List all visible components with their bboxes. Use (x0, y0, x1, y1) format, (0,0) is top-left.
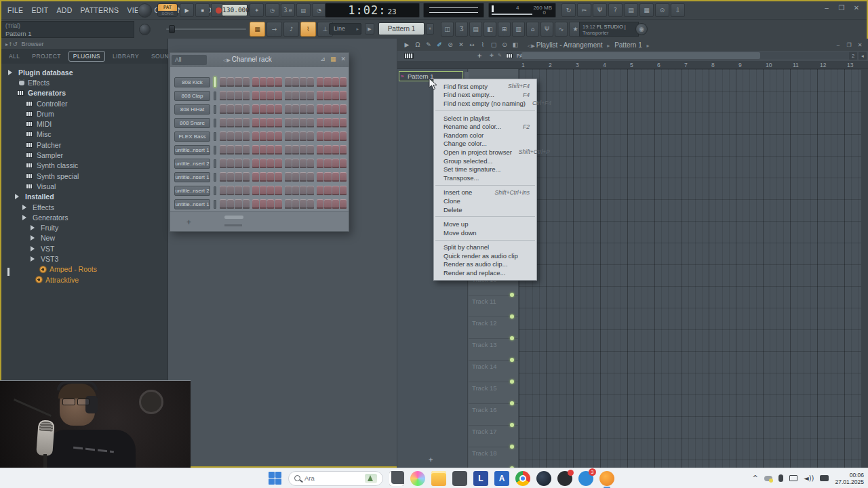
playlist-minimize-icon[interactable]: – (833, 42, 844, 48)
tree-item[interactable]: New (1, 233, 167, 243)
tree-item[interactable]: VST3 (1, 253, 167, 264)
track-led[interactable] (510, 293, 514, 297)
step-cell[interactable] (267, 172, 274, 182)
tree-item[interactable]: Controller (1, 98, 167, 108)
step-cell[interactable] (227, 186, 234, 195)
step-cell[interactable] (227, 159, 234, 168)
step-cell[interactable] (300, 77, 307, 87)
track-header[interactable]: Track 18 (469, 447, 518, 468)
step-cell[interactable] (324, 145, 331, 155)
track-led[interactable] (510, 401, 514, 405)
step-cell[interactable] (275, 118, 281, 127)
context-menu-item[interactable]: Move down (434, 228, 536, 237)
browser-tab-project[interactable]: PROJECT (27, 51, 65, 62)
step-cell[interactable] (317, 145, 323, 155)
step-cell[interactable] (317, 131, 323, 141)
taskbar-app-skype[interactable]: 3 (578, 471, 593, 486)
step-cell[interactable] (227, 77, 234, 87)
step-cell[interactable] (340, 145, 347, 155)
taskbar-app-discord[interactable] (557, 471, 572, 486)
context-menu-item[interactable]: Random color (434, 131, 536, 140)
taskbar-app-appdark[interactable] (452, 471, 467, 486)
context-menu-item[interactable]: Find next empty...F4 (434, 91, 536, 100)
step-cell[interactable] (324, 131, 331, 141)
step-cell[interactable] (317, 104, 323, 114)
step-cell[interactable] (324, 118, 331, 127)
tray-camera-icon[interactable] (820, 475, 829, 481)
step-cell[interactable] (235, 77, 241, 87)
step-cell[interactable] (332, 199, 339, 209)
step-cell[interactable] (235, 104, 241, 114)
rack-zoom-bar[interactable] (224, 224, 242, 226)
playlist-tool-icon[interactable]: ▢ (488, 41, 499, 48)
context-menu-item[interactable]: Change color... (434, 140, 536, 148)
step-cell[interactable] (317, 199, 323, 209)
step-cell[interactable] (285, 77, 292, 87)
transport-utility-icon[interactable]: ✂ (577, 3, 591, 17)
step-cell[interactable] (332, 91, 339, 100)
taskbar-app-copilot[interactable] (410, 471, 425, 486)
playlist-tool-icon[interactable]: ⊘ (445, 41, 456, 48)
step-cell[interactable] (292, 159, 299, 168)
mini-piano-icon[interactable] (506, 54, 513, 58)
step-cell[interactable] (340, 77, 347, 87)
step-cell[interactable] (235, 186, 241, 195)
tree-item[interactable]: Sampler (1, 150, 167, 160)
step-cell[interactable] (300, 186, 307, 195)
playlist-tool-icon[interactable]: ⊙ (499, 41, 510, 48)
browser-nav-icon[interactable]: ↑ (8, 41, 13, 47)
step-cell[interactable] (227, 118, 234, 127)
step-cell[interactable] (307, 131, 314, 141)
taskbar-search[interactable]: Ara (288, 471, 383, 486)
step-cell[interactable] (252, 131, 259, 141)
tree-item[interactable]: Plugin database (1, 67, 167, 77)
tree-item[interactable]: Visual (1, 181, 167, 191)
panel-icon[interactable]: ⊞ (498, 22, 511, 37)
step-cell[interactable] (307, 199, 314, 209)
step-cell[interactable] (285, 186, 292, 195)
tree-item[interactable]: Amped - Roots (1, 264, 167, 274)
pattern-display[interactable]: Pattern 1 (378, 22, 425, 35)
taskbar-app-app-l[interactable]: L (473, 471, 488, 486)
channel-button[interactable]: 808 Kick (174, 77, 210, 87)
channel-button[interactable]: untitle..nsert 1 (174, 199, 210, 209)
transport-utility-icon[interactable]: ⇩ (671, 3, 685, 17)
transport-utility-icon[interactable]: ⊙ (655, 3, 669, 17)
song-mode-label[interactable]: SONG (158, 11, 177, 16)
step-cell[interactable] (285, 131, 292, 141)
channel-select-led[interactable] (214, 132, 216, 141)
step-cell[interactable] (317, 77, 323, 87)
step-cell[interactable] (227, 172, 234, 182)
step-cell[interactable] (235, 199, 241, 209)
playlist-tool-icon[interactable]: ⌇ (477, 41, 488, 48)
play-button[interactable]: ▶ (180, 3, 194, 17)
globe-icon[interactable]: ◉ (635, 23, 648, 35)
step-cell[interactable] (252, 145, 259, 155)
step-cell[interactable] (267, 145, 274, 155)
step-cell[interactable] (300, 91, 307, 100)
step-cell[interactable] (220, 77, 226, 87)
step-cell[interactable] (220, 91, 226, 100)
context-menu-item[interactable]: Find first emptyShift+F4 (434, 82, 536, 91)
step-cell[interactable] (300, 172, 307, 182)
pat-mode-label[interactable]: PAT (158, 4, 177, 11)
step-cell[interactable] (317, 172, 323, 182)
transport-tool-icon[interactable]: ◔ (312, 3, 326, 17)
pattern-next-button[interactable]: + (426, 23, 434, 35)
step-cell[interactable] (324, 91, 331, 100)
tree-item[interactable]: Attracktive (1, 274, 167, 285)
panel-icon[interactable]: Ψ (540, 22, 553, 37)
transport-utility-icon[interactable]: ↻ (561, 3, 576, 17)
step-cell[interactable] (235, 131, 241, 141)
tree-item[interactable]: Drum (1, 108, 167, 119)
step-cell[interactable] (332, 131, 339, 141)
cross-icon[interactable]: ✚ (490, 53, 494, 58)
tray-cast-icon[interactable] (789, 475, 797, 481)
track-led[interactable] (510, 380, 514, 384)
breadcrumb-leaf[interactable]: Pattern 1 (614, 41, 642, 49)
pitch-slider[interactable] (166, 28, 246, 30)
browser-tab-plugins[interactable]: PLUGINS (68, 51, 105, 62)
transport-tool-icon[interactable]: ▤ (296, 3, 311, 17)
step-cell[interactable] (324, 104, 331, 114)
step-cell[interactable] (292, 145, 299, 155)
